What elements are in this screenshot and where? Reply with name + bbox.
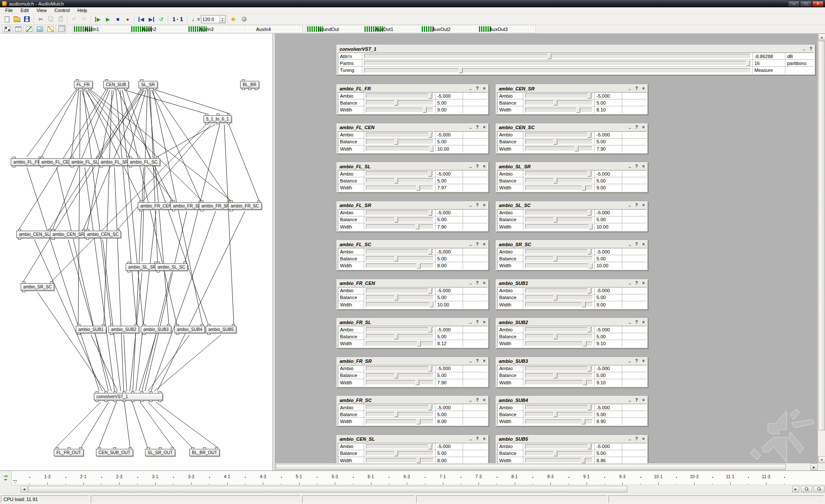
output-port[interactable] [157, 271, 160, 272]
input-port[interactable] [12, 157, 15, 158]
panel-close-button[interactable]: × [642, 398, 645, 402]
meter-auxin3[interactable]: AuxIn3 [188, 25, 245, 33]
slider-track[interactable] [525, 100, 593, 105]
input-port[interactable] [257, 201, 260, 202]
slider-thumb[interactable] [581, 419, 585, 424]
param-slider[interactable] [523, 139, 595, 145]
input-port[interactable] [140, 79, 143, 81]
param-slider[interactable] [523, 450, 595, 457]
playback-position-marker[interactable] [13, 480, 17, 485]
slider-track[interactable] [525, 133, 593, 137]
input-port[interactable] [149, 391, 152, 393]
input-port[interactable] [123, 391, 126, 393]
param-slider[interactable] [523, 404, 595, 411]
slider-thumb[interactable] [587, 210, 591, 216]
node-ambio_SUB5[interactable]: ambio_SUB5 [206, 326, 236, 333]
slider-thumb[interactable] [587, 444, 591, 449]
input-port[interactable] [139, 201, 142, 202]
slider-thumb[interactable] [429, 302, 433, 307]
panel-presets-button[interactable]: .. [803, 47, 805, 51]
timeline-scroll-right-icon[interactable]: ▶ [792, 486, 799, 492]
panel-presets-button[interactable]: .. [469, 320, 472, 325]
node-BL_BR_OUT[interactable]: BL_BR_OUT [189, 449, 219, 456]
audio-enable-button[interactable] [229, 15, 239, 24]
slider-thumb[interactable] [587, 171, 591, 176]
param-slider[interactable] [523, 184, 595, 191]
output-port[interactable] [242, 88, 245, 90]
documents-button[interactable] [56, 25, 66, 33]
panel-help-button[interactable]: ? [635, 398, 638, 402]
slider-thumb[interactable] [553, 100, 557, 105]
param-slider[interactable] [523, 223, 595, 230]
output-port[interactable] [77, 333, 80, 335]
output-port[interactable] [201, 210, 204, 211]
panel-help-button[interactable]: ? [635, 320, 638, 325]
slider-thumb[interactable] [417, 419, 420, 424]
slider-track[interactable] [525, 108, 593, 112]
slider-track[interactable] [525, 288, 593, 293]
slider-track[interactable] [366, 288, 433, 293]
panel-header[interactable]: ambio_FL_FR..?× [337, 85, 488, 92]
slider-thumb[interactable] [394, 373, 398, 378]
slider-thumb[interactable] [415, 380, 419, 385]
slider-thumb[interactable] [394, 100, 398, 105]
output-port[interactable] [176, 333, 179, 335]
panel-help-button[interactable]: ? [810, 47, 812, 51]
slider-track[interactable] [525, 249, 593, 254]
panel-header[interactable]: ambio_FR_SC..?× [337, 396, 488, 404]
slider-track[interactable] [525, 334, 593, 339]
slider-thumb[interactable] [553, 295, 557, 300]
slider-track[interactable] [525, 263, 593, 268]
slider-track[interactable] [366, 100, 433, 105]
slider-thumb[interactable] [428, 405, 432, 410]
slider-thumb[interactable] [429, 146, 433, 152]
properties-vertical-scrollbar[interactable]: ▲ ▼ [818, 34, 825, 463]
panel-close-button[interactable]: × [483, 125, 485, 130]
slider-thumb[interactable] [587, 132, 591, 138]
tempo-spinner[interactable]: ▴▾ [219, 15, 225, 23]
panel-presets-button[interactable]: .. [469, 164, 472, 169]
input-port[interactable] [22, 281, 25, 283]
panel-close-button[interactable]: × [483, 164, 485, 169]
input-port[interactable] [76, 79, 79, 81]
panel-help-button[interactable]: ? [476, 359, 479, 363]
param-slider[interactable] [523, 379, 595, 386]
panel-close-button[interactable]: × [642, 242, 645, 247]
panel-close-button[interactable]: × [483, 203, 485, 207]
param-slider[interactable] [364, 301, 436, 308]
slider-track[interactable] [364, 68, 751, 73]
panel-close-button[interactable]: × [642, 203, 645, 207]
panel-presets-button[interactable]: .. [628, 125, 631, 130]
panel-header[interactable]: ambio_SUB5..?× [496, 436, 648, 443]
slider-track[interactable] [525, 295, 593, 300]
panel-presets-button[interactable]: .. [469, 281, 472, 285]
slider-thumb[interactable] [417, 263, 420, 269]
slider-thumb[interactable] [547, 53, 551, 59]
pane-splitter[interactable] [272, 34, 275, 470]
output-port[interactable] [105, 400, 108, 402]
slider-track[interactable] [525, 419, 593, 424]
panel-presets-button[interactable]: .. [628, 164, 631, 169]
slider-track[interactable] [366, 217, 433, 222]
slider-thumb[interactable] [428, 171, 432, 176]
input-port[interactable] [52, 229, 55, 231]
meter-auxin1[interactable]: AuxIn1 [73, 25, 130, 33]
slider-thumb[interactable] [589, 224, 593, 229]
slider-thumb[interactable] [553, 178, 557, 183]
slider-thumb[interactable] [415, 224, 419, 229]
slider-thumb[interactable] [394, 217, 398, 223]
slider-track[interactable] [366, 302, 433, 307]
record-button[interactable]: ● [123, 15, 133, 24]
slider-thumb[interactable] [394, 411, 398, 417]
param-slider[interactable] [364, 450, 436, 457]
slider-track[interactable] [525, 186, 593, 190]
node-ambio_CEN_SL[interactable]: ambio_CEN_SL [16, 231, 53, 238]
output-port[interactable] [123, 400, 126, 402]
meter-auxout3[interactable]: AuxOut3 [478, 25, 535, 33]
slider-track[interactable] [525, 171, 593, 176]
panel-close-button[interactable]: × [642, 320, 645, 325]
param-slider[interactable] [523, 457, 595, 464]
param-slider[interactable] [523, 294, 595, 301]
panel-header[interactable]: ambio_FR_SL..?× [337, 318, 488, 326]
panel-header[interactable]: ambio_FL_SC..?× [337, 241, 488, 248]
